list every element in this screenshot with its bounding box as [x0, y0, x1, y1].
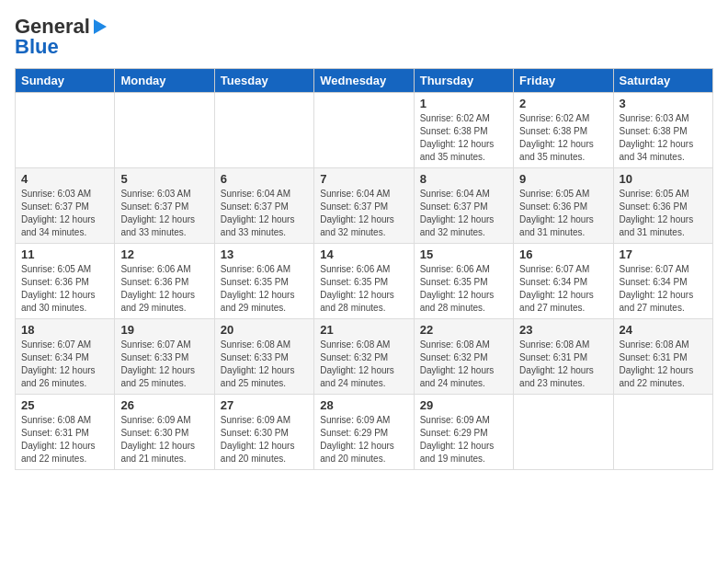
day-info: Sunrise: 6:05 AM Sunset: 6:36 PM Dayligh…	[620, 188, 707, 239]
calendar-cell: 18Sunrise: 6:07 AM Sunset: 6:34 PM Dayli…	[16, 319, 115, 395]
calendar-cell	[16, 93, 115, 168]
day-info: Sunrise: 6:08 AM Sunset: 6:33 PM Dayligh…	[221, 339, 308, 390]
day-info: Sunrise: 6:06 AM Sunset: 6:35 PM Dayligh…	[320, 263, 407, 315]
day-number: 14	[320, 247, 407, 261]
calendar-cell: 22Sunrise: 6:08 AM Sunset: 6:32 PM Dayli…	[414, 319, 513, 395]
day-info: Sunrise: 6:09 AM Sunset: 6:30 PM Dayligh…	[221, 414, 308, 465]
calendar-cell	[514, 395, 613, 470]
day-info: Sunrise: 6:03 AM Sunset: 6:37 PM Dayligh…	[21, 188, 108, 239]
calendar-cell: 4Sunrise: 6:03 AM Sunset: 6:37 PM Daylig…	[16, 168, 115, 244]
day-number: 4	[21, 172, 108, 186]
day-number: 11	[21, 247, 108, 261]
day-info: Sunrise: 6:07 AM Sunset: 6:34 PM Dayligh…	[21, 339, 108, 390]
day-info: Sunrise: 6:04 AM Sunset: 6:37 PM Dayligh…	[221, 188, 308, 239]
calendar-cell	[613, 395, 712, 470]
day-number: 13	[221, 247, 308, 261]
day-number: 28	[320, 398, 407, 412]
day-info: Sunrise: 6:08 AM Sunset: 6:32 PM Dayligh…	[420, 339, 507, 390]
calendar-cell: 21Sunrise: 6:08 AM Sunset: 6:32 PM Dayli…	[314, 319, 414, 395]
day-info: Sunrise: 6:08 AM Sunset: 6:31 PM Dayligh…	[21, 414, 108, 465]
day-number: 17	[620, 247, 707, 261]
day-info: Sunrise: 6:04 AM Sunset: 6:37 PM Dayligh…	[420, 188, 507, 239]
day-number: 15	[420, 247, 507, 261]
calendar-cell: 15Sunrise: 6:06 AM Sunset: 6:35 PM Dayli…	[414, 244, 513, 319]
day-number: 3	[620, 97, 707, 110]
day-number: 6	[221, 172, 308, 186]
day-info: Sunrise: 6:02 AM Sunset: 6:38 PM Dayligh…	[420, 112, 507, 164]
day-info: Sunrise: 6:09 AM Sunset: 6:29 PM Dayligh…	[320, 414, 407, 465]
weekday-header-wednesday: Wednesday	[314, 69, 414, 93]
day-number: 27	[221, 398, 308, 412]
day-number: 20	[221, 323, 308, 337]
day-info: Sunrise: 6:06 AM Sunset: 6:36 PM Dayligh…	[120, 263, 208, 315]
calendar-cell: 20Sunrise: 6:08 AM Sunset: 6:33 PM Dayli…	[214, 319, 313, 395]
day-info: Sunrise: 6:05 AM Sunset: 6:36 PM Dayligh…	[21, 263, 108, 315]
day-number: 10	[620, 172, 707, 186]
day-number: 1	[420, 97, 507, 110]
day-number: 16	[519, 247, 607, 261]
calendar-cell: 27Sunrise: 6:09 AM Sunset: 6:30 PM Dayli…	[214, 395, 313, 470]
weekday-header-thursday: Thursday	[414, 69, 513, 93]
calendar-cell: 12Sunrise: 6:06 AM Sunset: 6:36 PM Dayli…	[115, 244, 214, 319]
calendar-cell: 25Sunrise: 6:08 AM Sunset: 6:31 PM Dayli…	[16, 395, 115, 470]
day-info: Sunrise: 6:07 AM Sunset: 6:33 PM Dayligh…	[120, 339, 208, 390]
weekday-header-monday: Monday	[115, 69, 214, 93]
calendar-cell: 13Sunrise: 6:06 AM Sunset: 6:35 PM Dayli…	[214, 244, 313, 319]
calendar-cell: 5Sunrise: 6:03 AM Sunset: 6:37 PM Daylig…	[115, 168, 214, 244]
calendar-week-row: 4Sunrise: 6:03 AM Sunset: 6:37 PM Daylig…	[16, 168, 713, 244]
calendar-week-row: 18Sunrise: 6:07 AM Sunset: 6:34 PM Dayli…	[16, 319, 713, 395]
logo: General Blue	[15, 15, 107, 59]
day-number: 12	[120, 247, 208, 261]
calendar-cell: 14Sunrise: 6:06 AM Sunset: 6:35 PM Dayli…	[314, 244, 414, 319]
day-number: 2	[519, 97, 607, 110]
day-info: Sunrise: 6:03 AM Sunset: 6:38 PM Dayligh…	[620, 112, 707, 164]
day-info: Sunrise: 6:06 AM Sunset: 6:35 PM Dayligh…	[221, 263, 308, 315]
calendar-cell: 29Sunrise: 6:09 AM Sunset: 6:29 PM Dayli…	[414, 395, 513, 470]
day-number: 22	[420, 323, 507, 337]
weekday-header-row: SundayMondayTuesdayWednesdayThursdayFrid…	[16, 69, 713, 93]
calendar-table: SundayMondayTuesdayWednesdayThursdayFrid…	[15, 68, 713, 470]
weekday-header-saturday: Saturday	[613, 69, 712, 93]
day-info: Sunrise: 6:07 AM Sunset: 6:34 PM Dayligh…	[620, 263, 707, 315]
weekday-header-friday: Friday	[514, 69, 613, 93]
calendar-week-row: 11Sunrise: 6:05 AM Sunset: 6:36 PM Dayli…	[16, 244, 713, 319]
day-number: 26	[120, 398, 208, 412]
day-number: 9	[519, 172, 607, 186]
calendar-cell	[314, 93, 414, 168]
calendar-week-row: 1Sunrise: 6:02 AM Sunset: 6:38 PM Daylig…	[16, 93, 713, 168]
day-info: Sunrise: 6:02 AM Sunset: 6:38 PM Dayligh…	[519, 112, 607, 164]
calendar-cell: 17Sunrise: 6:07 AM Sunset: 6:34 PM Dayli…	[613, 244, 712, 319]
calendar-cell: 2Sunrise: 6:02 AM Sunset: 6:38 PM Daylig…	[514, 93, 613, 168]
logo-arrow-icon	[94, 19, 107, 34]
day-number: 19	[120, 323, 208, 337]
calendar-cell: 6Sunrise: 6:04 AM Sunset: 6:37 PM Daylig…	[214, 168, 313, 244]
day-info: Sunrise: 6:03 AM Sunset: 6:37 PM Dayligh…	[120, 188, 208, 239]
calendar-cell: 9Sunrise: 6:05 AM Sunset: 6:36 PM Daylig…	[514, 168, 613, 244]
logo-blue: Blue	[15, 35, 59, 59]
day-info: Sunrise: 6:09 AM Sunset: 6:29 PM Dayligh…	[420, 414, 507, 465]
day-number: 5	[120, 172, 208, 186]
calendar-cell: 1Sunrise: 6:02 AM Sunset: 6:38 PM Daylig…	[414, 93, 513, 168]
calendar-week-row: 25Sunrise: 6:08 AM Sunset: 6:31 PM Dayli…	[16, 395, 713, 470]
calendar-cell: 8Sunrise: 6:04 AM Sunset: 6:37 PM Daylig…	[414, 168, 513, 244]
day-info: Sunrise: 6:08 AM Sunset: 6:31 PM Dayligh…	[620, 339, 707, 390]
calendar-cell: 28Sunrise: 6:09 AM Sunset: 6:29 PM Dayli…	[314, 395, 414, 470]
calendar-cell: 26Sunrise: 6:09 AM Sunset: 6:30 PM Dayli…	[115, 395, 214, 470]
weekday-header-tuesday: Tuesday	[214, 69, 313, 93]
calendar-cell	[214, 93, 313, 168]
calendar-cell: 3Sunrise: 6:03 AM Sunset: 6:38 PM Daylig…	[613, 93, 712, 168]
calendar-cell	[115, 93, 214, 168]
calendar-cell: 11Sunrise: 6:05 AM Sunset: 6:36 PM Dayli…	[16, 244, 115, 319]
day-info: Sunrise: 6:07 AM Sunset: 6:34 PM Dayligh…	[519, 263, 607, 315]
day-info: Sunrise: 6:08 AM Sunset: 6:31 PM Dayligh…	[519, 339, 607, 390]
day-info: Sunrise: 6:09 AM Sunset: 6:30 PM Dayligh…	[120, 414, 208, 465]
day-number: 24	[620, 323, 707, 337]
calendar-cell: 24Sunrise: 6:08 AM Sunset: 6:31 PM Dayli…	[613, 319, 712, 395]
day-number: 7	[320, 172, 407, 186]
day-number: 29	[420, 398, 507, 412]
day-info: Sunrise: 6:06 AM Sunset: 6:35 PM Dayligh…	[420, 263, 507, 315]
day-number: 21	[320, 323, 407, 337]
page-header: General Blue	[15, 15, 713, 59]
calendar-cell: 23Sunrise: 6:08 AM Sunset: 6:31 PM Dayli…	[514, 319, 613, 395]
calendar-cell: 16Sunrise: 6:07 AM Sunset: 6:34 PM Dayli…	[514, 244, 613, 319]
